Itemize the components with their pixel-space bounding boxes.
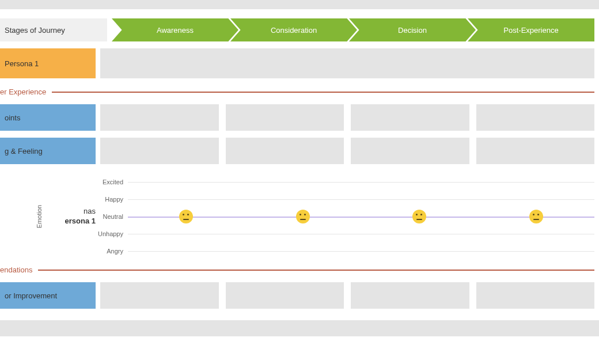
emotion-gridline	[128, 199, 594, 200]
emotion-chart[interactable]	[128, 173, 594, 260]
emotion-scale-tick: Unhappy	[96, 225, 123, 242]
section-customer-experience: er Experience	[0, 88, 594, 96]
cell-track	[100, 282, 594, 309]
cell-track	[100, 104, 594, 131]
emotion-scale-tick: Angry	[96, 242, 123, 260]
improvement-cell[interactable]	[476, 282, 595, 309]
improvement-cell[interactable]	[226, 282, 344, 309]
emotion-scale-tick: Neutral	[96, 208, 123, 225]
touchpoints-cell[interactable]	[476, 104, 595, 131]
bottom-bar	[0, 320, 599, 336]
section-title: er Experience	[0, 88, 46, 96]
persona-label[interactable]: Persona 1	[0, 48, 96, 78]
areas-improvement-row: or Improvement	[0, 282, 599, 309]
thinking-feeling-row: g & Feeling	[0, 138, 599, 164]
top-bar	[0, 0, 599, 9]
touchpoints-row: oints	[0, 104, 599, 131]
stage-label: Post-Experience	[503, 26, 558, 35]
stages-of-journey-label: Stages of Journey	[0, 18, 107, 41]
stage-post-experience[interactable]: Post-Experience	[468, 18, 594, 41]
stage-decision[interactable]: Decision	[349, 18, 476, 41]
touchpoints-label: oints	[0, 104, 96, 131]
neutral-face-icon[interactable]	[529, 210, 543, 223]
stages-row: Stages of Journey Awareness Consideratio…	[0, 18, 599, 41]
touchpoints-cell[interactable]	[351, 104, 469, 131]
stage-track: Awareness Consideration Decision Post-Ex…	[112, 18, 594, 41]
emotion-side-panel: Emotion nas ersona 1	[0, 173, 96, 260]
stage-consideration[interactable]: Consideration	[230, 18, 357, 41]
section-divider	[52, 92, 594, 93]
stage-label: Awareness	[157, 26, 194, 35]
improvement-cell[interactable]	[100, 282, 219, 309]
emotion-persona-name: nas ersona 1	[65, 207, 96, 226]
touchpoints-cell[interactable]	[226, 104, 344, 131]
thinking-feeling-cell[interactable]	[351, 138, 469, 164]
emotion-chart-row: Emotion nas ersona 1 Excited Happy Neutr…	[0, 173, 599, 260]
journey-map-canvas: Stages of Journey Awareness Consideratio…	[0, 9, 599, 309]
areas-improvement-label: or Improvement	[0, 282, 96, 309]
persona-content-cell[interactable]	[100, 48, 594, 78]
thinking-feeling-cell[interactable]	[476, 138, 595, 164]
cell-track	[100, 138, 594, 164]
stage-label: Decision	[398, 26, 427, 35]
section-title: endations	[0, 266, 32, 274]
stage-label: Consideration	[271, 26, 317, 35]
emotion-gridline	[128, 182, 594, 183]
emotion-scale: Excited Happy Neutral Unhappy Angry	[96, 173, 128, 260]
touchpoints-cell[interactable]	[100, 104, 219, 131]
thinking-feeling-label: g & Feeling	[0, 138, 96, 164]
thinking-feeling-cell[interactable]	[100, 138, 219, 164]
thinking-feeling-cell[interactable]	[226, 138, 344, 164]
emotion-scale-tick: Excited	[96, 173, 123, 191]
section-recommendations: endations	[0, 266, 594, 274]
improvement-cell[interactable]	[351, 282, 469, 309]
emotion-axis-label: Emotion	[36, 205, 43, 228]
stage-awareness[interactable]: Awareness	[112, 18, 238, 41]
emotion-gridline	[128, 234, 594, 234]
neutral-face-icon[interactable]	[179, 210, 193, 223]
emotion-scale-tick: Happy	[96, 191, 123, 208]
emotion-gridline	[128, 251, 594, 252]
persona-row: Persona 1	[0, 48, 599, 78]
section-divider	[38, 270, 594, 271]
neutral-face-icon[interactable]	[296, 210, 310, 223]
emotion-trend-line	[128, 217, 594, 218]
neutral-face-icon[interactable]	[412, 210, 426, 223]
